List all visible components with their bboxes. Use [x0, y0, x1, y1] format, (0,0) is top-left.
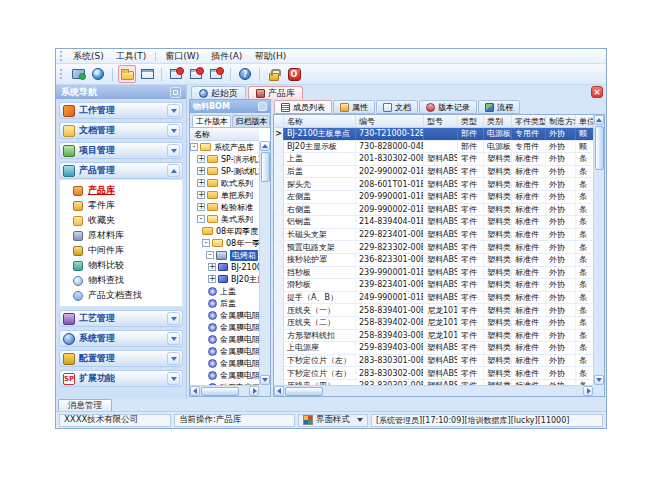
table-row[interactable]: 下秒定位片（右）283-830302-00E塑料ABS零件塑料类标准件外协条 — [274, 367, 593, 380]
sidebar-item-material-search[interactable]: 物料查找 — [60, 273, 182, 288]
tab-archive-version[interactable]: 归档版本 — [232, 115, 271, 127]
expand-icon[interactable]: + — [208, 263, 216, 271]
tree-vscroll-thumb[interactable] — [261, 152, 270, 182]
sidebar-group-project-toggle[interactable] — [167, 144, 180, 157]
expand-icon[interactable]: + — [197, 167, 205, 175]
table-vscroll-thumb[interactable] — [595, 126, 604, 170]
expand-icon[interactable]: + — [197, 179, 205, 187]
sidebar-group-product-toggle[interactable] — [167, 164, 180, 177]
table-row[interactable]: 下秒定位片（左）283-830301-00E塑料ABS零件塑料类标准件外协条 — [274, 355, 593, 368]
sidebar-group-craft[interactable]: 工艺管理 — [59, 310, 183, 327]
tree-node[interactable]: 金属膜电阻器 — [190, 309, 259, 321]
table-row[interactable]: 预置电路支架229-823302-00E塑料ABS零件塑料类标准件外协条 — [274, 241, 593, 254]
sidebar-group-extension-toggle[interactable] — [167, 372, 180, 385]
sidebar-group-project[interactable]: 项目管理 — [59, 142, 183, 159]
sidebar-group-work[interactable]: 工作管理 — [59, 102, 183, 119]
table-row[interactable]: BJ20主显示板730-828000-04E部件电源板专用件外协颗 — [274, 141, 593, 154]
table-row[interactable]: 上盖201-830302-00E塑料ABS零件塑料类标准件外协条 — [274, 153, 593, 166]
menu-item-2[interactable]: 工具(T) — [110, 49, 153, 64]
column-header-8[interactable]: 单位 — [576, 115, 593, 127]
sidebar-item-product-lib[interactable]: 产品库 — [60, 183, 182, 198]
tree-node[interactable]: -系统产品库 — [190, 141, 259, 153]
scroll-up-icon[interactable] — [260, 141, 270, 151]
help-button[interactable] — [236, 65, 254, 83]
menu-item-4[interactable]: 插件(A) — [205, 49, 248, 64]
tree-node[interactable]: +检验标准 — [190, 201, 259, 213]
tab-documents[interactable]: 文档 — [376, 100, 418, 114]
scroll-right-icon[interactable] — [583, 386, 593, 396]
table-row[interactable]: 左侧盖209-990001-01E塑料ABS零件塑料类标准件外协条 — [274, 191, 593, 204]
expand-icon[interactable]: + — [197, 191, 205, 199]
column-header-4[interactable]: 类型 — [458, 115, 484, 127]
menu-item-5[interactable]: 帮助(H) — [248, 49, 292, 64]
tree-node[interactable]: 上盖 — [190, 285, 259, 297]
window-badge-2-button[interactable] — [187, 65, 205, 83]
tab-home[interactable]: 起始页 — [191, 86, 246, 99]
sidebar-group-work-toggle[interactable] — [167, 104, 180, 117]
table-row[interactable]: 挡秒板239-990001-01E塑料ABS零件塑料类标准件外协条 — [274, 267, 593, 280]
tab-work-version[interactable]: 工作版本 — [192, 115, 231, 127]
menu-item-3[interactable]: 窗口(W) — [159, 49, 205, 64]
tab-flow[interactable]: 流程 — [478, 100, 520, 114]
tree-node[interactable]: -电烤箱 — [190, 249, 259, 261]
tree-node[interactable]: +BJ-2100主板,单点 — [190, 261, 259, 273]
tree-vertical-scrollbar[interactable] — [259, 141, 270, 385]
globe-button[interactable] — [89, 65, 107, 83]
expand-icon[interactable]: + — [197, 203, 205, 211]
tree-node[interactable]: -美式系列 — [190, 213, 259, 225]
menu-item-1[interactable]: 系统(S) — [67, 49, 110, 64]
column-header-1[interactable]: 名称 — [284, 115, 356, 127]
tree-node[interactable]: +SP-测试机系列 — [190, 165, 259, 177]
sidebar-item-material-compare[interactable]: 物料比较 — [60, 258, 182, 273]
sidebar-item-favorites[interactable]: 收藏夹 — [60, 213, 182, 228]
tree-node[interactable]: +SP-演示机系列 — [190, 153, 259, 165]
sidebar-group-config-toggle[interactable] — [167, 352, 180, 365]
scroll-down-icon[interactable] — [260, 375, 270, 385]
column-header-3[interactable]: 型号 — [424, 115, 458, 127]
tab-product-lib[interactable]: 产品库 — [248, 86, 303, 99]
scroll-left-icon[interactable] — [190, 386, 200, 396]
sidebar-group-system[interactable]: 系统管理 — [59, 330, 183, 347]
sidebar-item-parts-lib[interactable]: 零件库 — [60, 198, 182, 213]
table-hscroll-thumb[interactable] — [285, 387, 323, 396]
tree-node[interactable]: 金属膜电阻器 — [190, 369, 259, 381]
sidebar-item-raw-material[interactable]: 原材料库 — [60, 228, 182, 243]
sidebar-group-product[interactable]: 产品管理 — [59, 162, 183, 179]
column-header-5[interactable]: 类别 — [484, 115, 512, 127]
scroll-down-icon[interactable] — [594, 375, 604, 385]
toolbar-drag-handle[interactable] — [60, 69, 63, 79]
collapse-icon[interactable]: - — [190, 143, 198, 151]
grid-window-button[interactable] — [138, 65, 156, 83]
sidebar-group-craft-toggle[interactable] — [167, 312, 180, 325]
menubar-drag-handle[interactable] — [60, 51, 63, 61]
table-row[interactable]: 长磁头支架229-823401-00E塑料ABS零件塑料类标准件外协条 — [274, 229, 593, 242]
tree-node[interactable]: 金属膜电阻器 — [190, 321, 259, 333]
table-row[interactable]: 探头壳208-601T01-01E塑料ABS零件塑料类标准件外协条 — [274, 178, 593, 191]
table-row[interactable]: 提手（A、B）249-990001-01E塑料ABS零件塑料类标准件外协条 — [274, 292, 593, 305]
tree-node[interactable]: 08年四季度 — [190, 225, 259, 237]
sidebar-group-document[interactable]: 文档管理 — [59, 122, 183, 139]
tree-hscroll-thumb[interactable] — [201, 387, 239, 396]
tree-node[interactable]: 金属膜电阻器 — [190, 333, 259, 345]
ui-style-selector[interactable]: 界面样式 — [298, 414, 368, 427]
table-row[interactable]: 压线夹（二）258-839402-00E尼龙1010零件塑料类标准件外协条 — [274, 317, 593, 330]
tree-node[interactable]: +欧式系列 — [190, 177, 259, 189]
sidebar-group-document-toggle[interactable] — [167, 124, 180, 137]
tree-horizontal-scrollbar[interactable] — [190, 385, 259, 396]
message-tab[interactable]: 消息管理 — [58, 399, 112, 411]
expand-icon[interactable]: + — [208, 275, 216, 283]
sidebar-item-product-doc-search[interactable]: 产品文档查找 — [60, 288, 182, 303]
window-badge-1-button[interactable] — [167, 65, 185, 83]
tree-node[interactable]: 金属膜电阻器 — [190, 357, 259, 369]
tree-node[interactable]: +BJ20主显示板 — [190, 273, 259, 285]
column-header-6[interactable]: 零件类型 — [512, 115, 546, 127]
scroll-left-icon[interactable] — [274, 386, 284, 396]
tree-node[interactable]: -08年一季度 — [190, 237, 259, 249]
nav-collapse-button[interactable] — [170, 87, 181, 98]
table-row[interactable]: 后盖202-990002-01E塑料ABS零件塑料类标准件外协条 — [274, 166, 593, 179]
tree-column-header[interactable]: 名称 — [190, 128, 259, 141]
tree-node[interactable]: +单把系列 — [190, 189, 259, 201]
tab-member-list[interactable]: 成员列表 — [274, 100, 332, 114]
scroll-right-icon[interactable] — [249, 386, 259, 396]
tab-version-history[interactable]: 版本记录 — [419, 100, 477, 114]
